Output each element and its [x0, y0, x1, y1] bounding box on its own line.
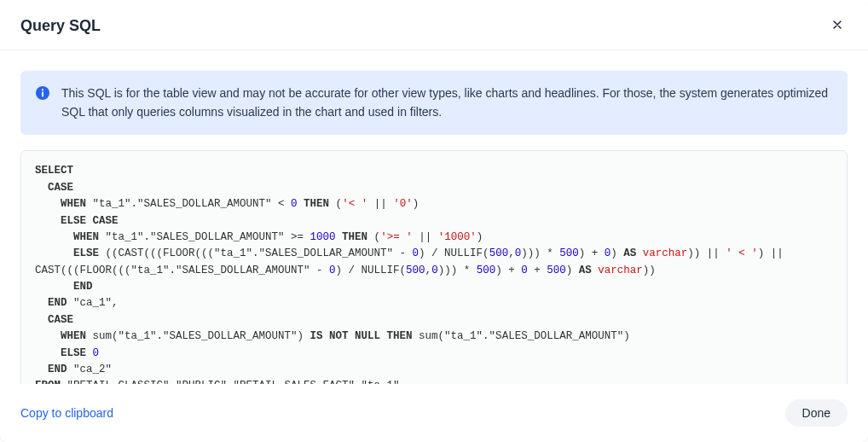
sql-keyword: AS [579, 265, 592, 276]
sql-type: varchar [598, 265, 643, 276]
sql-number: 0 [329, 265, 336, 276]
sql-keyword: CASE [48, 314, 73, 326]
close-icon [830, 18, 844, 34]
info-icon [36, 86, 49, 100]
sql-text: ) + [579, 247, 605, 259]
sql-text: ))) * [521, 247, 559, 259]
sql-text: ( [336, 198, 343, 210]
sql-number: 500 [547, 265, 566, 276]
sql-text: ) [610, 247, 623, 259]
sql-keyword: WHEN [73, 231, 99, 243]
sql-text: || [413, 231, 438, 243]
sql-keyword: IS NOT NULL [310, 330, 381, 342]
sql-text [86, 347, 93, 359]
sql-text: ) [477, 231, 483, 243]
query-sql-modal: Query SQL This SQL is for the table view… [0, 0, 868, 442]
sql-keyword: THEN [380, 330, 419, 342]
sql-text: ) + [495, 265, 521, 276]
sql-text: ))) * [438, 265, 477, 276]
copy-to-clipboard-button[interactable]: Copy to clipboard [20, 406, 113, 420]
sql-string: '< ' [342, 198, 367, 210]
sql-string: '>= ' [380, 231, 413, 243]
sql-text: , [508, 247, 515, 259]
sql-keyword: AS [623, 247, 636, 259]
sql-keyword: END [48, 363, 67, 375]
sql-text: || [367, 198, 393, 210]
sql-text: ) [413, 198, 420, 210]
sql-keyword: ELSE [61, 215, 86, 227]
sql-text [636, 247, 643, 259]
modal-header: Query SQL [0, 0, 868, 50]
svg-rect-1 [42, 92, 43, 97]
done-button[interactable]: Done [785, 399, 848, 427]
sql-text: ( [374, 231, 381, 243]
sql-keyword: THEN [298, 198, 336, 210]
sql-keyword: SELECT [35, 165, 73, 177]
sql-text: sum("ta_1"."SALES_DOLLAR_AMOUNT") [419, 330, 630, 342]
modal-body: This SQL is for the table view and may n… [0, 50, 868, 384]
sql-number: 0 [431, 265, 438, 276]
sql-string: ' < ' [726, 247, 758, 259]
sql-type: varchar [643, 247, 688, 259]
sql-keyword: WHEN [61, 330, 86, 342]
sql-keyword: THEN [336, 231, 374, 243]
sql-keyword: WHEN [61, 198, 86, 210]
svg-point-2 [42, 89, 43, 90]
sql-text: )) [643, 265, 656, 276]
sql-text: sum("ta_1"."SALES_DOLLAR_AMOUNT") [86, 330, 310, 342]
sql-text: + [528, 265, 547, 276]
sql-text: "ta_1"."SALES_DOLLAR_AMOUNT" < [86, 198, 291, 210]
sql-keyword: CASE [86, 215, 119, 227]
sql-number: 500 [477, 265, 496, 276]
sql-keyword: ELSE [61, 347, 86, 359]
sql-number: 500 [489, 247, 509, 259]
sql-text: )) || [687, 247, 726, 259]
modal-title: Query SQL [20, 17, 101, 35]
sql-keyword: CASE [48, 182, 73, 194]
close-button[interactable] [827, 15, 848, 36]
info-banner: This SQL is for the table view and may n… [20, 71, 848, 135]
sql-number: 500 [406, 265, 425, 276]
sql-text: ) / NULLIF( [336, 265, 407, 276]
sql-code-block: SELECT CASE WHEN "ta_1"."SALES_DOLLAR_AM… [20, 150, 848, 384]
sql-number: 0 [291, 198, 298, 210]
sql-number: 1000 [310, 231, 336, 243]
info-banner-text: This SQL is for the table view and may n… [61, 84, 832, 121]
sql-number: 500 [559, 247, 579, 259]
sql-text: ((CAST(((FLOOR((("ta_1"."SALES_DOLLAR_AM… [99, 247, 413, 259]
sql-text: "ca_1", [67, 297, 119, 309]
sql-number: 0 [93, 347, 100, 359]
sql-text: "ca_2" [67, 363, 113, 375]
modal-footer: Copy to clipboard Done [0, 384, 868, 442]
sql-text: ) [566, 265, 579, 276]
sql-keyword: ELSE [73, 247, 99, 259]
sql-number: 0 [521, 265, 528, 276]
sql-text: ) / NULLIF( [419, 247, 489, 259]
sql-number: 0 [413, 247, 420, 259]
sql-string: '0' [393, 198, 413, 210]
sql-text: "ta_1"."SALES_DOLLAR_AMOUNT" >= [99, 231, 310, 243]
sql-keyword: END [73, 281, 93, 293]
sql-keyword: END [48, 297, 67, 309]
sql-text: , [425, 265, 432, 276]
sql-string: '1000' [438, 231, 477, 243]
